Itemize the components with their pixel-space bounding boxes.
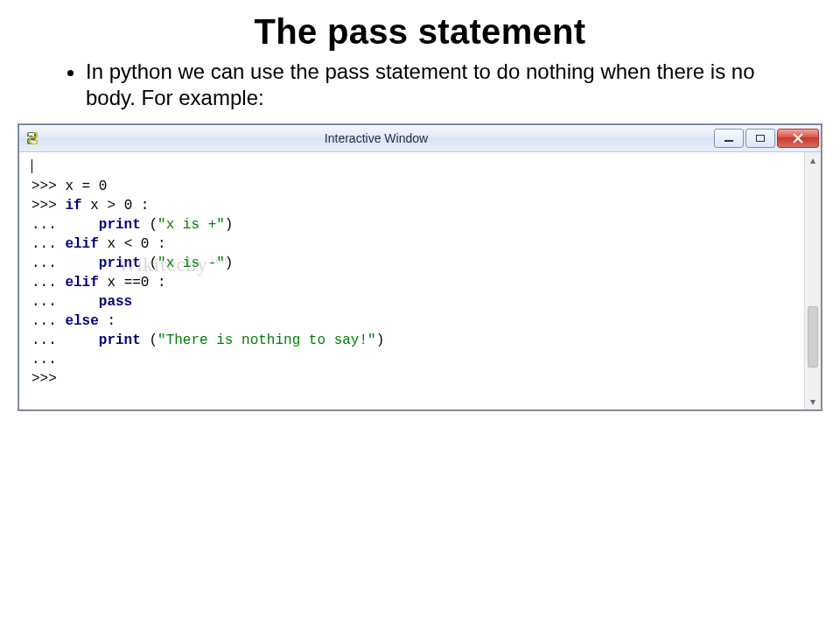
code-token-num: 0 (124, 198, 133, 214)
client-area: Wikitechy.com >>> x = 0>>> if x > 0 :...… (19, 152, 821, 410)
code-token-kw: elif (65, 236, 98, 252)
scroll-down-icon[interactable]: ▾ (805, 394, 821, 410)
code-line: ... print ("x is -") (32, 254, 794, 273)
repl-prompt: >>> (32, 178, 65, 194)
repl-prompt: ... (32, 352, 57, 368)
maximize-button[interactable] (746, 129, 775, 148)
svg-point-0 (29, 133, 31, 135)
code-token-kw: else (65, 313, 98, 329)
code-token-op: = (82, 178, 99, 194)
minimize-button[interactable] (714, 129, 744, 148)
repl-prompt: ... (32, 313, 65, 329)
code-token-str: "x is +" (158, 217, 225, 233)
code-token-op: < (124, 236, 141, 252)
close-button[interactable] (777, 129, 819, 148)
repl-prompt: ... (32, 217, 99, 233)
repl-prompt: ... (32, 256, 99, 271)
code-line: ... else : (32, 312, 794, 331)
code-line: ... pass (32, 292, 794, 312)
slide-title: The pass statement (0, 12, 840, 52)
bullet-item: In python we can use the pass statement … (86, 59, 779, 111)
code-token-op: ( (141, 256, 158, 271)
code-line: ... print ("x is +") (32, 215, 794, 234)
window-title: Interactive Window (40, 131, 712, 145)
code-token-op: ( (141, 332, 158, 348)
code-token-kw: print (99, 256, 141, 271)
code-line: ... elif x ==0 : (32, 273, 794, 292)
code-token-kw: pass (99, 294, 132, 310)
vertical-scrollbar[interactable]: ▴ ▾ (804, 152, 821, 410)
code-token-num: 0 (99, 178, 108, 194)
code-token-str: "There is nothing to say!" (158, 332, 376, 348)
titlebar-left (24, 130, 40, 146)
code-token-id: x (65, 178, 81, 194)
text-cursor (32, 159, 32, 173)
code-token-kw: print (99, 332, 141, 348)
scroll-up-icon[interactable]: ▴ (805, 152, 821, 168)
code-token-op: ( (141, 217, 158, 233)
code-line: ... (32, 350, 794, 369)
code-token-op: : (132, 198, 149, 214)
code-token-op: x (99, 236, 124, 252)
interactive-window: Interactive Window (18, 124, 822, 410)
repl-prompt: >>> (32, 371, 57, 387)
slide: The pass statement In python we can use … (0, 12, 840, 630)
repl-prompt: >>> (32, 198, 65, 214)
code-token-str: "x is -" (158, 256, 225, 271)
code-pane[interactable]: Wikitechy.com >>> x = 0>>> if x > 0 :...… (19, 152, 804, 410)
code-token-kw: elif (65, 275, 98, 290)
code-token-op: ) (225, 217, 234, 233)
code-token-kw: if (65, 198, 81, 214)
code-token-op: x (99, 275, 124, 290)
repl-prompt: ... (32, 332, 99, 348)
repl-prompt: ... (32, 294, 99, 310)
code-token-op: : (149, 275, 165, 290)
maximize-icon (756, 135, 765, 142)
scroll-thumb[interactable] (808, 306, 818, 368)
window-buttons (712, 125, 821, 151)
repl-prompt: ... (32, 236, 65, 252)
code-token-num: 0 (141, 236, 150, 252)
code-line: >>> if x > 0 : (32, 196, 794, 215)
code-line: ... print ("There is nothing to say!") (32, 331, 794, 350)
bullet-list: In python we can use the pass statement … (61, 59, 779, 111)
minimize-icon (724, 140, 733, 142)
code-token-op: > (107, 198, 123, 214)
code-token-op: ) (225, 256, 234, 271)
code-line: >>> x = 0 (32, 177, 794, 196)
code-token-op: x (82, 198, 108, 214)
repl-prompt: ... (32, 275, 65, 290)
code-token-op: : (149, 236, 165, 252)
window-frame: Interactive Window (18, 123, 822, 411)
code-line: >>> (32, 369, 794, 388)
code-token-num: 0 (141, 275, 150, 290)
code-line: ... elif x < 0 : (32, 234, 794, 254)
code-token-op: ) (376, 332, 385, 348)
code-token-kw: print (99, 217, 141, 233)
svg-point-1 (35, 142, 37, 144)
code-token-op: : (99, 313, 116, 329)
python-app-icon (24, 130, 40, 146)
code-token-op: == (124, 275, 141, 290)
titlebar[interactable]: Interactive Window (19, 125, 821, 152)
